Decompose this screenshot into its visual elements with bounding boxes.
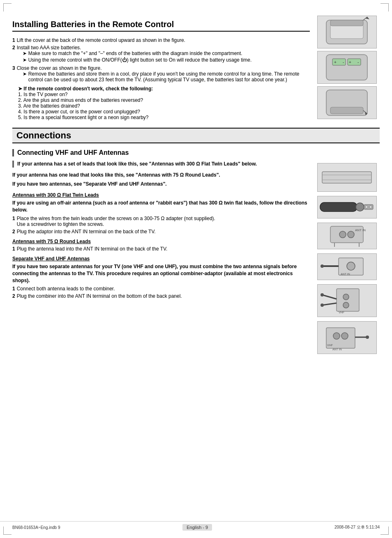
ant-in-image: ANT IN <box>317 253 377 280</box>
separate-antennas-block: Separate VHF and UHF Antennas If you hav… <box>12 256 310 299</box>
round-lead-image <box>317 196 377 218</box>
svg-text:VHF: VHF <box>339 311 344 314</box>
antennas-300-heading: Antennas with 300 Ω Flat Twin Leads <box>12 192 310 198</box>
troubleshoot-item-2: 2. Are the plus and minus ends of the ba… <box>18 97 310 103</box>
step-2-text: Install two AAA size batteries. <box>17 45 81 51</box>
svg-point-44 <box>333 333 340 339</box>
antennas-75-heading: Antennas with 75 Ω Round Leads <box>12 239 310 244</box>
step-3-num: 3 <box>12 65 15 83</box>
a300-step-1-sub-text: Use a screwdriver to tighten the screws. <box>17 221 104 227</box>
sep-step-2-text: Plug the combiner into the ANT IN termin… <box>17 293 310 299</box>
connections-section: Connecting VHF and UHF Antennas If your … <box>12 149 380 354</box>
step-3-sub-1-text: Remove the batteries and store them in a… <box>28 71 310 83</box>
step-1-row: 1 Lift the cover at the back of the remo… <box>12 37 310 43</box>
svg-text:ANT IN: ANT IN <box>355 228 366 232</box>
a300-step-1-text: Place the wires from the twin leads unde… <box>17 216 215 221</box>
vhf-combiner-image: VHF <box>317 284 377 317</box>
svg-point-26 <box>348 231 354 238</box>
connections-section-title: Connections <box>12 128 380 143</box>
installing-batteries-section: Installing Batteries in the Remote Contr… <box>12 16 380 120</box>
installing-batteries-title: Installing Batteries in the Remote Contr… <box>12 20 310 32</box>
svg-line-37 <box>322 303 337 305</box>
corner-mark-tr <box>380 3 389 11</box>
svg-point-25 <box>339 231 346 238</box>
sep-step-1-text: Connect both antenna leads to the combin… <box>17 286 310 292</box>
svg-line-36 <box>322 295 337 299</box>
antennas-300-block: Antennas with 300 Ω Flat Twin Leads If y… <box>12 192 310 235</box>
separate-antennas-heading: Separate VHF and UHF Antennas <box>12 256 310 262</box>
sep-step-1-num: 1 <box>12 286 15 292</box>
antennas-75-block: Antennas with 75 Ω Round Leads 1 Plug th… <box>12 239 310 252</box>
svg-point-39 <box>321 303 324 307</box>
step-2-row: 2 Install two AAA size batteries. ➤ Make… <box>12 45 310 64</box>
step-2-sub-2-text: Using the remote control with the ON/OFF… <box>28 57 252 63</box>
arrow-sym-2: ➤ <box>23 57 27 63</box>
troubleshoot-item-5: 5. Is there a special fluorescent light … <box>18 115 310 120</box>
antennas-300-step-2: 2 Plug the adaptor into the ANT IN termi… <box>12 229 310 235</box>
svg-point-22 <box>365 206 368 208</box>
svg-text:ANT IN: ANT IN <box>332 348 342 351</box>
page-footer: BN68-01653A~Eng.indb 9 English - 9 2008-… <box>0 521 392 531</box>
svg-rect-13 <box>330 107 363 114</box>
troubleshoot-block: ➤ If the remote control doesn't work, ch… <box>18 86 310 120</box>
svg-point-20 <box>356 203 364 211</box>
svg-text:VHF: VHF <box>327 344 333 347</box>
intro2-line2: If you have two antennas, see "Separate … <box>12 181 310 188</box>
troubleshoot-item-4: 4. Is there a power cut, or is the power… <box>18 109 310 115</box>
svg-rect-35 <box>337 289 359 311</box>
a75-step-1-text: Plug the antenna lead into the ANT IN te… <box>17 246 310 252</box>
intro1-text: If your antenna has a set of leads that … <box>17 161 310 168</box>
step-2-content: Install two AAA size batteries. ➤ Make s… <box>17 45 310 64</box>
arrow-sym-3: ➤ <box>23 71 27 83</box>
step-2-num: 2 <box>12 45 15 64</box>
connecting-antennas-title: Connecting VHF and UHF Antennas <box>12 149 310 156</box>
svg-text:ANT IN: ANT IN <box>341 273 350 276</box>
svg-text:-: - <box>343 60 344 64</box>
sep-step-2-num: 2 <box>12 293 15 299</box>
svg-text:-: - <box>357 60 359 64</box>
antennas-300-step-1: 1 Place the wires from the twin leads un… <box>12 216 310 227</box>
separate-step-2: 2 Plug the combiner into the ANT IN term… <box>12 293 310 299</box>
page-number: English - 9 <box>182 524 212 531</box>
intro2-block: If your antenna has one lead that looks … <box>12 172 310 188</box>
svg-point-45 <box>341 333 348 339</box>
svg-marker-4 <box>365 17 369 19</box>
flat-twin-leads-image <box>317 163 377 192</box>
svg-point-47 <box>366 336 369 339</box>
step-1-text: Lift the cover at the back of the remote… <box>17 37 310 43</box>
a300-step-1-content: Place the wires from the twin leads unde… <box>17 216 310 227</box>
svg-point-33 <box>321 264 324 268</box>
svg-rect-1 <box>330 24 363 39</box>
svg-rect-5 <box>326 55 367 80</box>
a300-step-1-num: 1 <box>12 216 15 227</box>
step-3-sub-1: ➤ Remove the batteries and store them in… <box>23 71 310 83</box>
a300-step-2-num: 2 <box>12 229 15 235</box>
footer-right: 2008-08-27 오후 5:11:34 <box>334 524 380 530</box>
a300-step-1-sub: Use a screwdriver to tighten the screws. <box>17 221 310 227</box>
remote-images-col: + - + - <box>314 16 380 120</box>
page: Installing Batteries in the Remote Contr… <box>0 0 392 538</box>
troubleshoot-item-1: 1. Is the TV power on? <box>18 92 310 97</box>
step-2-sub-2: ➤ Using the remote control with the ON/O… <box>23 57 310 63</box>
svg-rect-16 <box>322 172 371 183</box>
antenna-images-col: ANT IN ANT IN <box>314 149 380 354</box>
troubleshoot-label: ➤ If the remote control doesn't work, ch… <box>18 86 310 92</box>
connections-main-col: Connecting VHF and UHF Antennas If your … <box>12 149 310 354</box>
svg-point-41 <box>343 302 349 308</box>
step-2-sub-1-text: Make sure to match the "+" and "–" ends … <box>28 51 242 56</box>
step-3-row: 3 Close the cover as shown in the figure… <box>12 65 310 83</box>
installing-batteries-content: Installing Batteries in the Remote Contr… <box>12 16 310 120</box>
svg-point-40 <box>343 294 349 300</box>
svg-point-31 <box>347 262 355 270</box>
step-3-content: Close the cover as shown in the figure. … <box>17 65 310 83</box>
arrow-sym-1: ➤ <box>23 51 27 56</box>
antennas-300-bold: If you are using an off-air antenna (suc… <box>12 200 310 214</box>
remote-image-1 <box>317 16 377 48</box>
intro1-block: If your antenna has a set of leads that … <box>12 161 310 168</box>
svg-text:+: + <box>334 60 337 64</box>
remote-image-2: + - + - <box>317 51 377 84</box>
adapter-image: ANT IN <box>317 223 377 249</box>
a300-step-2-text: Plug the adaptor into the ANT IN termina… <box>17 229 310 235</box>
svg-point-38 <box>321 293 324 297</box>
step-3-text: Close the cover as shown in the figure. <box>17 65 102 71</box>
